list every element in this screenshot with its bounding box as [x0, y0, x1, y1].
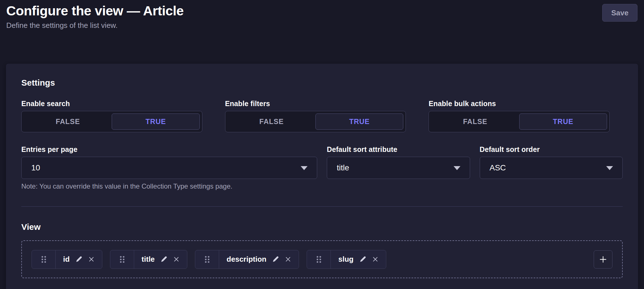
drag-handle-icon[interactable]: [195, 250, 219, 269]
select-value: title: [337, 163, 349, 172]
entries-per-page-label: Entries per page: [21, 145, 317, 154]
close-icon[interactable]: [88, 256, 95, 263]
plus-icon: [599, 255, 608, 264]
enable-filters-toggle[interactable]: FALSE TRUE: [225, 111, 406, 132]
chevron-down-icon: [300, 166, 308, 170]
page-subtitle: Define the settings of the list view.: [6, 21, 637, 30]
close-icon[interactable]: [372, 256, 379, 263]
field-enable-search: Enable search FALSE TRUE: [21, 100, 215, 132]
field-enable-bulk-actions: Enable bulk actions FALSE TRUE: [429, 100, 623, 132]
add-field-button[interactable]: [594, 250, 612, 269]
toggle-option-true[interactable]: TRUE: [315, 113, 403, 130]
field-chip-description[interactable]: description: [195, 250, 299, 269]
enable-search-toggle[interactable]: FALSE TRUE: [21, 111, 202, 132]
field-chip-title[interactable]: title: [110, 250, 187, 269]
select-value: 10: [31, 163, 40, 172]
close-icon[interactable]: [285, 256, 291, 263]
toggle-option-true[interactable]: TRUE: [519, 113, 607, 130]
chevron-down-icon: [453, 166, 461, 170]
toggle-option-false[interactable]: FALSE: [24, 113, 112, 130]
enable-bulk-actions-toggle[interactable]: FALSE TRUE: [429, 111, 610, 132]
edit-icon[interactable]: [359, 256, 366, 263]
settings-grid: Enable search FALSE TRUE Enable filters …: [21, 100, 623, 190]
field-chip-label: title: [142, 255, 155, 264]
field-chip-id[interactable]: id: [32, 250, 102, 269]
entries-per-page-select[interactable]: 10: [21, 157, 317, 179]
field-layout-dropzone: id title: [21, 240, 623, 278]
field-chip-label: slug: [338, 255, 353, 264]
close-icon[interactable]: [173, 256, 180, 263]
settings-heading: Settings: [21, 78, 623, 88]
edit-icon[interactable]: [75, 256, 82, 263]
default-sort-attribute-select[interactable]: title: [327, 157, 470, 179]
settings-card: Settings Enable search FALSE TRUE Enable…: [6, 64, 638, 289]
drag-handle-icon[interactable]: [32, 250, 56, 269]
field-default-sort-attribute: Default sort attribute title: [327, 145, 470, 190]
toggle-option-false[interactable]: FALSE: [228, 113, 315, 130]
field-chip-label: description: [227, 255, 266, 264]
field-chip-slug[interactable]: slug: [307, 250, 386, 269]
edit-icon[interactable]: [272, 256, 279, 263]
select-value: ASC: [490, 163, 506, 172]
enable-search-label: Enable search: [21, 100, 215, 108]
page-title: Configure the view — Article: [6, 3, 637, 19]
field-default-sort-order: Default sort order ASC: [480, 145, 623, 190]
default-sort-order-label: Default sort order: [480, 145, 623, 154]
field-enable-filters: Enable filters FALSE TRUE: [225, 100, 419, 132]
enable-filters-label: Enable filters: [225, 100, 419, 108]
drag-handle-icon[interactable]: [110, 250, 134, 269]
edit-icon[interactable]: [160, 256, 167, 263]
field-entries-per-page: Entries per page 10 Note: You can overri…: [21, 145, 317, 190]
enable-bulk-actions-label: Enable bulk actions: [429, 100, 623, 108]
chevron-down-icon: [606, 166, 613, 170]
default-sort-order-select[interactable]: ASC: [480, 157, 623, 179]
page-header: Configure the view — Article Define the …: [0, 0, 644, 30]
section-divider: [21, 206, 623, 207]
toggle-option-false[interactable]: FALSE: [431, 113, 519, 130]
default-sort-attribute-label: Default sort attribute: [327, 145, 470, 154]
view-heading: View: [21, 222, 623, 232]
drag-handle-icon[interactable]: [307, 250, 331, 269]
toggle-option-true[interactable]: TRUE: [112, 113, 200, 130]
entries-per-page-note: Note: You can override this value in the…: [21, 182, 317, 190]
field-chip-label: id: [63, 255, 70, 264]
save-button[interactable]: Save: [602, 4, 637, 22]
